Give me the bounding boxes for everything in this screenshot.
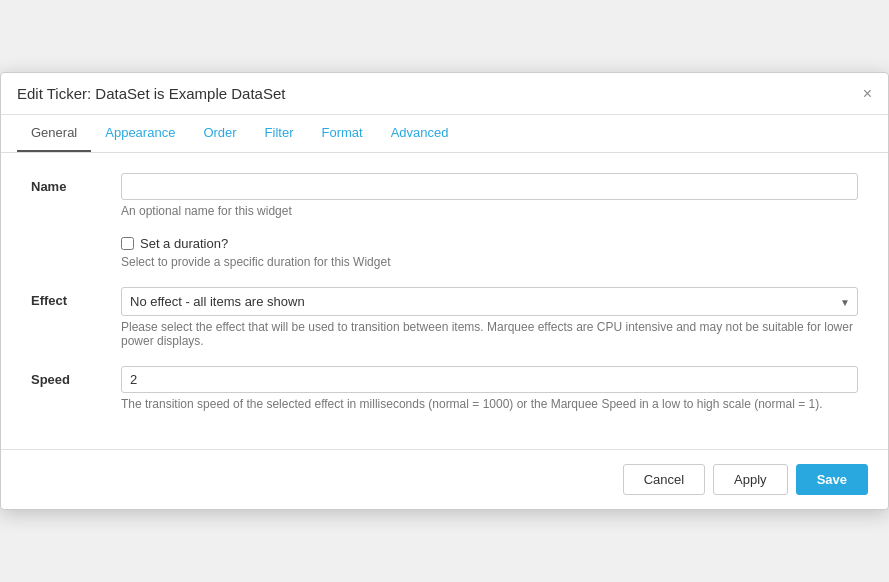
effect-select-wrapper: No effect - all items are shown Fade Scr… [121, 287, 858, 316]
duration-label: Set a duration? [140, 236, 228, 251]
duration-help-text: Select to provide a specific duration fo… [121, 255, 390, 269]
dialog-footer: Cancel Apply Save [1, 449, 888, 509]
name-label: Name [31, 173, 121, 194]
effect-help-text: Please select the effect that will be us… [121, 320, 858, 348]
dialog-header: Edit Ticker: DataSet is Example DataSet … [1, 73, 888, 115]
name-field: An optional name for this widget [121, 173, 858, 218]
effect-select[interactable]: No effect - all items are shown Fade Scr… [121, 287, 858, 316]
duration-group: Set a duration? Select to provide a spec… [121, 236, 390, 269]
edit-ticker-dialog: Edit Ticker: DataSet is Example DataSet … [0, 72, 889, 510]
effect-label: Effect [31, 287, 121, 308]
name-input[interactable] [121, 173, 858, 200]
effect-row: Effect No effect - all items are shown F… [31, 287, 858, 348]
tab-bar: General Appearance Order Filter Format A… [1, 115, 888, 153]
duration-row: Set a duration? Select to provide a spec… [31, 236, 858, 269]
dialog-title: Edit Ticker: DataSet is Example DataSet [17, 85, 285, 102]
speed-input[interactable] [121, 366, 858, 393]
effect-field: No effect - all items are shown Fade Scr… [121, 287, 858, 348]
save-button[interactable]: Save [796, 464, 868, 495]
speed-label: Speed [31, 366, 121, 387]
close-button[interactable]: × [863, 86, 872, 102]
tab-advanced[interactable]: Advanced [377, 115, 463, 152]
speed-field: The transition speed of the selected eff… [121, 366, 858, 411]
tab-filter[interactable]: Filter [251, 115, 308, 152]
tab-appearance[interactable]: Appearance [91, 115, 189, 152]
duration-checkbox[interactable] [121, 237, 134, 250]
tab-format[interactable]: Format [308, 115, 377, 152]
form-content: Name An optional name for this widget Se… [1, 153, 888, 449]
cancel-button[interactable]: Cancel [623, 464, 705, 495]
speed-help-text: The transition speed of the selected eff… [121, 397, 858, 411]
name-row: Name An optional name for this widget [31, 173, 858, 218]
tab-order[interactable]: Order [189, 115, 250, 152]
speed-row: Speed The transition speed of the select… [31, 366, 858, 411]
tab-general[interactable]: General [17, 115, 91, 152]
duration-checkbox-row: Set a duration? [121, 236, 390, 251]
apply-button[interactable]: Apply [713, 464, 788, 495]
name-help-text: An optional name for this widget [121, 204, 858, 218]
